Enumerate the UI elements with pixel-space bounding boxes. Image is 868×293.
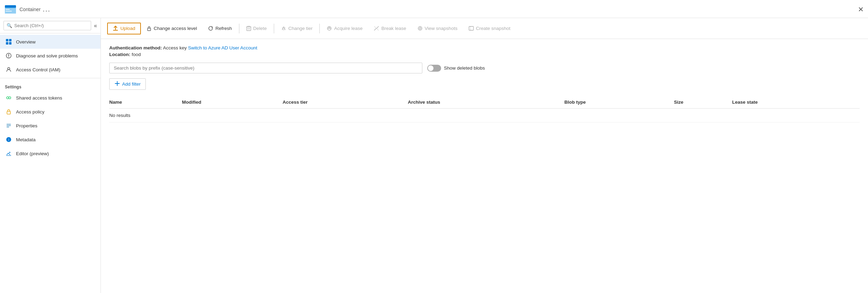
location-value: food <box>132 52 141 57</box>
svg-point-11 <box>8 57 9 57</box>
svg-rect-5 <box>6 39 8 41</box>
refresh-label: Refresh <box>215 26 232 31</box>
lock-icon <box>146 26 152 31</box>
location-label: Location: <box>109 52 130 57</box>
no-results-text: No results <box>109 109 860 122</box>
svg-rect-31 <box>469 26 473 30</box>
delete-icon <box>246 26 251 31</box>
sidebar-search-row: 🔍 « <box>0 18 101 33</box>
sidebar-divider <box>0 78 101 78</box>
break-lease-label: Break lease <box>381 26 406 31</box>
create-snapshot-label: Create snapshot <box>476 26 510 31</box>
settings-section-title: Settings <box>0 80 101 91</box>
toolbar: Upload Change access level Refresh <box>101 18 868 39</box>
svg-rect-23 <box>247 27 251 31</box>
change-tier-icon <box>281 26 286 31</box>
top-bar-title: Container <box>19 7 41 12</box>
delete-label: Delete <box>253 26 267 31</box>
blob-search-input[interactable] <box>109 63 422 73</box>
acquire-lease-icon <box>327 26 332 31</box>
search-input[interactable] <box>14 23 88 28</box>
iam-label: Access Control (IAM) <box>16 67 61 72</box>
svg-rect-8 <box>9 42 11 45</box>
svg-rect-4 <box>6 11 12 11</box>
editor-icon <box>5 150 13 157</box>
create-snapshot-button[interactable]: Create snapshot <box>463 23 516 34</box>
col-size: Size <box>674 96 732 109</box>
svg-text:i: i <box>8 138 9 142</box>
col-access-tier: Access tier <box>282 96 408 109</box>
change-access-level-button[interactable]: Change access level <box>141 23 203 34</box>
upload-button[interactable]: Upload <box>107 23 141 34</box>
location-line: Location: food <box>109 52 860 57</box>
auth-line: Authentication method: Access key Switch… <box>109 45 860 50</box>
break-lease-icon <box>374 26 379 31</box>
container-icon <box>4 3 17 16</box>
svg-point-29 <box>418 26 422 30</box>
close-button[interactable]: ✕ <box>858 5 864 14</box>
shared-access-tokens-icon <box>5 94 13 102</box>
col-blob-type: Blob type <box>564 96 674 109</box>
add-filter-button[interactable]: Add filter <box>109 78 146 90</box>
toggle-knob <box>428 65 433 71</box>
svg-rect-2 <box>5 7 16 14</box>
svg-rect-3 <box>6 9 10 10</box>
access-policy-icon <box>5 108 13 116</box>
search-filter-row: Show deleted blobs <box>109 63 860 73</box>
switch-account-link[interactable]: Switch to Azure AD User Account <box>188 45 257 50</box>
collapse-sidebar-button[interactable]: « <box>94 23 97 29</box>
sidebar-item-iam[interactable]: Access Control (IAM) <box>0 63 101 77</box>
overview-icon <box>5 38 13 46</box>
metadata-icon: i <box>5 136 13 143</box>
diagnose-label: Diagnose and solve problems <box>16 53 78 58</box>
acquire-lease-button[interactable]: Acquire lease <box>321 23 368 34</box>
upload-label: Upload <box>120 26 135 31</box>
content-area: Upload Change access level Refresh <box>101 18 868 293</box>
sidebar-item-access-policy[interactable]: Access policy <box>0 105 101 119</box>
metadata-label: Metadata <box>16 137 35 142</box>
col-name: Name <box>109 96 182 109</box>
sidebar-item-editor[interactable]: Editor (preview) <box>0 146 101 160</box>
show-deleted-toggle[interactable] <box>427 65 441 72</box>
editor-label: Editor (preview) <box>16 151 49 156</box>
search-icon: 🔍 <box>7 23 12 28</box>
col-modified: Modified <box>182 96 282 109</box>
view-snapshots-button[interactable]: View snapshots <box>412 23 463 34</box>
show-deleted-label: Show deleted blobs <box>444 65 485 71</box>
table-empty-row: No results <box>109 109 860 122</box>
refresh-icon <box>208 26 213 31</box>
col-archive-status: Archive status <box>408 96 564 109</box>
sidebar-item-metadata[interactable]: i Metadata <box>0 133 101 146</box>
acquire-lease-label: Acquire lease <box>334 26 363 31</box>
sidebar: 🔍 « Overview Diagnose and solve problems <box>0 18 101 293</box>
sidebar-item-diagnose[interactable]: Diagnose and solve problems <box>0 49 101 63</box>
properties-icon <box>5 122 13 129</box>
sidebar-nav: Overview Diagnose and solve problems Acc… <box>0 33 101 293</box>
refresh-button[interactable]: Refresh <box>202 23 237 34</box>
shared-access-tokens-label: Shared access tokens <box>16 95 62 101</box>
toolbar-separator-3 <box>319 24 320 33</box>
delete-button[interactable]: Delete <box>241 23 272 34</box>
sidebar-item-shared-access-tokens[interactable]: Shared access tokens <box>0 91 101 105</box>
break-lease-button[interactable]: Break lease <box>368 23 412 34</box>
svg-rect-7 <box>6 42 8 45</box>
svg-point-12 <box>8 68 10 70</box>
top-bar: Container ... ✕ <box>0 0 868 18</box>
upload-icon <box>113 26 118 31</box>
add-filter-label: Add filter <box>122 81 141 87</box>
sidebar-search-box[interactable]: 🔍 <box>3 21 91 30</box>
diagnose-icon <box>5 52 13 60</box>
change-tier-label: Change tier <box>288 26 313 31</box>
add-filter-icon <box>114 81 120 87</box>
svg-rect-16 <box>7 111 10 114</box>
content-body: Authentication method: Access key Switch… <box>101 39 868 293</box>
sidebar-item-overview[interactable]: Overview <box>0 35 101 49</box>
sidebar-item-properties[interactable]: Properties <box>0 119 101 133</box>
toolbar-separator-2 <box>274 24 274 33</box>
properties-label: Properties <box>16 123 38 128</box>
create-snapshot-icon <box>469 26 474 31</box>
svg-point-13 <box>7 97 9 99</box>
iam-icon <box>5 66 13 73</box>
access-policy-label: Access policy <box>16 109 45 114</box>
change-tier-button[interactable]: Change tier <box>276 23 318 34</box>
